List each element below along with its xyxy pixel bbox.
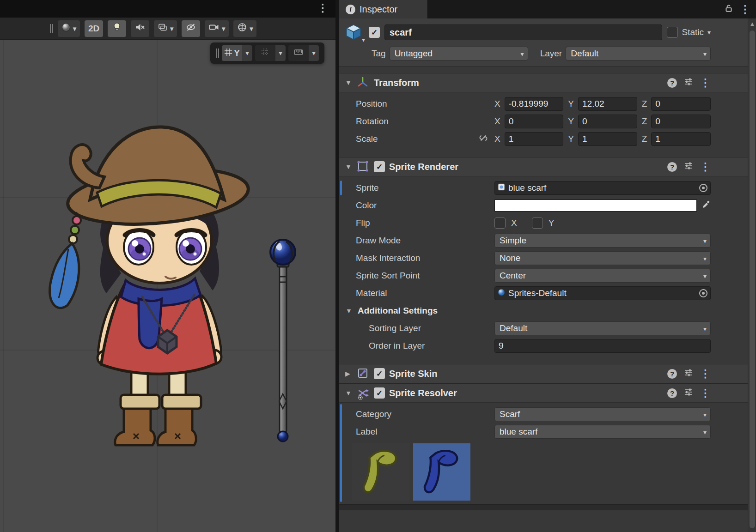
rotation-x-field[interactable]: 0 [505,115,564,128]
panel-divider[interactable] [335,0,339,532]
color-swatch[interactable] [494,200,697,212]
grid-toolbar-drag-handle[interactable] [216,48,219,58]
lock-icon[interactable] [724,4,733,15]
foldout-open-icon[interactable]: ▼ [345,79,353,86]
flip-y-label: Y [549,218,555,228]
eyedropper-icon[interactable] [701,200,711,212]
draw-mode-row: Draw Mode Simple ▾ [339,232,756,249]
flip-y-checkbox[interactable] [532,218,543,229]
scene-menu-kebab-icon[interactable]: ⋮ [317,3,328,13]
shading-mode-button[interactable]: ▾ [58,20,80,37]
component-enabled-checkbox[interactable]: ✓ [374,161,385,172]
toolbar-drag-handle[interactable] [50,24,53,33]
draw-mode-dropdown[interactable]: Simple ▾ [494,234,711,248]
position-label: Position [356,99,494,109]
scale-x-field[interactable]: 1 [505,132,564,146]
scale-z-field[interactable]: 1 [651,132,711,146]
presets-icon[interactable] [684,161,693,173]
caret-down-icon: ▾ [703,255,707,262]
label-value: blue scarf [500,427,537,437]
lighting-toggle-button[interactable] [108,20,126,37]
material-object-field[interactable]: Sprites-Default [494,286,711,300]
object-picker-icon[interactable] [699,289,707,297]
audio-toggle-button[interactable] [131,20,149,37]
transform-header[interactable]: ▼ Transform ? ⋮ [339,73,756,92]
rotation-y-field[interactable]: 0 [578,115,637,128]
category-dropdown[interactable]: Scarf ▾ [494,407,711,421]
axis-z-label: Z [642,116,647,127]
sprite-resolver-header[interactable]: ▼ ✓ Sprite Resolver ? ⋮ [339,383,756,403]
position-z-field[interactable]: 0 [651,97,711,111]
order-in-layer-field[interactable]: 9 [494,339,711,353]
material-mini-icon [498,288,505,298]
grid-icon [224,48,232,59]
static-caret-icon[interactable]: ▾ [707,29,711,36]
kebab-icon[interactable]: ⋮ [700,388,711,399]
flip-x-label: X [511,218,517,228]
kebab-icon[interactable]: ⋮ [700,78,711,88]
label-dropdown[interactable]: blue scarf ▾ [494,425,711,439]
sorting-layer-dropdown[interactable]: Default ▾ [494,321,711,335]
camera-button[interactable]: ▾ [205,20,229,37]
caret-down-icon: ▾ [242,45,252,61]
presets-icon[interactable] [684,368,693,380]
help-icon[interactable]: ? [667,369,677,379]
scene-canvas[interactable] [0,40,335,532]
help-icon[interactable]: ? [667,78,677,88]
sprite-variant-thumbnails [352,443,756,501]
static-checkbox[interactable] [667,27,678,38]
additional-settings-foldout[interactable]: ▼ Additional Settings [339,302,756,320]
layer-dropdown[interactable]: Default ▾ [566,47,711,60]
2d-toggle-button[interactable]: 2D [85,20,103,37]
presets-icon[interactable] [684,387,693,399]
inspector-scrollbar[interactable]: ▲ [748,18,756,532]
snap-increment-button[interactable]: ▾ [288,45,319,61]
position-x-field[interactable]: -0.819999 [505,97,564,111]
gizmos-button[interactable]: ▾ [233,20,256,37]
unity-editor: { "icons": { "kebab": "⋮", "caret": "▾",… [0,0,756,532]
rotation-z-field[interactable]: 0 [651,115,711,128]
presets-icon[interactable] [684,77,693,89]
speaker-muted-icon [135,23,145,34]
scroll-up-icon[interactable]: ▲ [748,20,756,27]
axis-z-label: Z [642,134,647,144]
help-icon[interactable]: ? [667,162,677,172]
sprite-object-field[interactable]: blue scarf [494,181,711,195]
caret-down-icon: ▾ [703,326,707,332]
tab-inspector[interactable]: i Inspector [339,0,428,18]
flip-x-checkbox[interactable] [494,218,506,229]
sort-point-value: Center [500,271,526,281]
gameobject-cube-icon[interactable]: ▾ [345,23,364,42]
help-icon[interactable]: ? [667,388,677,398]
component-enabled-checkbox[interactable]: ✓ [374,368,385,379]
kebab-icon[interactable]: ⋮ [700,369,711,379]
inspector-menu-kebab-icon[interactable]: ⋮ [740,4,750,15]
scale-y-field[interactable]: 1 [578,132,637,146]
gameobject-name-field[interactable]: scarf [384,24,662,40]
position-y-field[interactable]: 12.02 [578,97,637,111]
sprite-renderer-header[interactable]: ▼ ✓ Sprite Renderer ? ⋮ [339,157,756,176]
layer-value: Default [571,48,598,59]
mask-interaction-dropdown[interactable]: None ▾ [494,251,711,265]
caret-down-icon: ▾ [73,25,76,32]
tag-dropdown[interactable]: Untagged ▾ [390,47,528,60]
thumbnail-olive-scarf[interactable] [352,443,409,501]
grid-axis-button[interactable]: Y ▾ [222,45,252,61]
unlinked-scale-icon[interactable] [479,133,488,145]
active-checkbox[interactable]: ✓ [369,27,380,38]
sprite-skin-header[interactable]: ▶ ✓ Sprite Skin ? ⋮ [339,364,756,383]
grid-opacity-button[interactable]: ▾ [255,45,286,61]
effects-button[interactable]: ▾ [154,20,177,37]
foldout-open-icon[interactable]: ▼ [345,163,353,170]
inspector-panel: i Inspector ⋮ ▾ ✓ scarf Static ▾ Tag [339,0,756,532]
foldout-closed-icon[interactable]: ▶ [345,370,353,377]
foldout-open-icon[interactable]: ▼ [345,389,353,397]
visibility-toggle-button[interactable] [182,20,200,37]
sort-point-dropdown[interactable]: Center ▾ [494,269,711,283]
scrollbar-thumb[interactable] [750,30,755,528]
component-enabled-checkbox[interactable]: ✓ [374,387,385,399]
object-picker-icon[interactable] [699,184,707,192]
kebab-icon[interactable]: ⋮ [700,162,711,172]
foldout-open-icon[interactable]: ▼ [346,307,353,314]
thumbnail-blue-scarf[interactable] [413,443,470,501]
